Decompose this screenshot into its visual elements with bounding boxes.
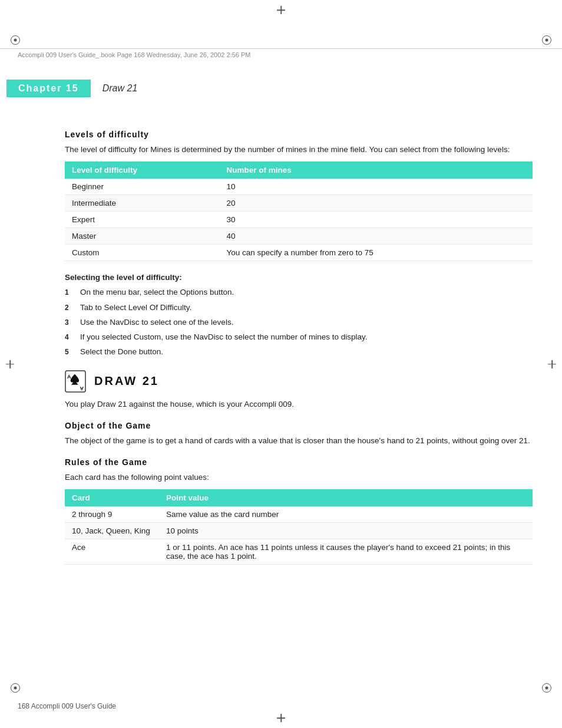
- mines-cell: 10: [219, 179, 533, 195]
- draw21-title: DRAW 21: [94, 374, 159, 388]
- draw21-intro: You play Draw 21 against the house, whic…: [65, 398, 533, 410]
- mines-cell: You can specify a number from zero to 75: [219, 245, 533, 261]
- levels-col2-header: Number of mines: [219, 162, 533, 179]
- card-cell: Ace: [65, 539, 159, 565]
- step-number: 2: [65, 302, 73, 314]
- corner-mark-tr: [542, 35, 551, 45]
- chapter-heading: Chapter 15 Draw 21: [6, 80, 137, 97]
- corner-mark-bl: [11, 683, 20, 693]
- header-meta-text: Accompli 009 User's Guide_.book Page 168…: [18, 51, 251, 58]
- value-cell: 10 points: [159, 523, 533, 539]
- chapter-subtitle: Draw 21: [91, 83, 138, 94]
- svg-text:A: A: [67, 374, 71, 380]
- crossmark-bottom: [277, 714, 285, 722]
- object-text: The object of the game is to get a hand …: [65, 435, 533, 447]
- levels-section: Levels of difficulty The level of diffic…: [65, 130, 533, 261]
- level-cell: Beginner: [65, 179, 219, 195]
- object-section: Object of the Game The object of the gam…: [65, 421, 533, 447]
- step-text: Select the Done button.: [80, 346, 163, 358]
- levels-intro: The level of difficulty for Mines is det…: [65, 144, 533, 156]
- table-row: 2 through 9Same value as the card number: [65, 506, 533, 523]
- table-row: Master40: [65, 228, 533, 245]
- corner-mark-tl: [11, 35, 20, 45]
- table-row: Intermediate20: [65, 195, 533, 212]
- card-cell: 10, Jack, Queen, King: [65, 523, 159, 539]
- crossmark-top: [277, 6, 285, 14]
- level-cell: Master: [65, 228, 219, 245]
- mines-cell: 20: [219, 195, 533, 212]
- crossmark-right: [548, 360, 556, 368]
- table-row: 10, Jack, Queen, King10 points: [65, 523, 533, 539]
- table-row: Beginner10: [65, 179, 533, 195]
- level-cell: Expert: [65, 212, 219, 228]
- levels-col1-header: Level of difficulty: [65, 162, 219, 179]
- value-cell: 1 or 11 points. An ace has 11 points unl…: [159, 539, 533, 565]
- rules-heading: Rules of the Game: [65, 457, 533, 467]
- corner-mark-br: [542, 683, 551, 693]
- list-item: 2Tab to Select Level Of Difficulty.: [65, 302, 533, 314]
- level-cell: Custom: [65, 245, 219, 261]
- draw21-header: A A DRAW 21: [65, 370, 533, 393]
- value-cell: Same value as the card number: [159, 506, 533, 523]
- step-text: If you selected Custom, use the NavDisc …: [80, 331, 367, 343]
- draw21-section: A A DRAW 21 You play Draw 21 against the…: [65, 370, 533, 410]
- list-item: 3Use the NavDisc to select one of the le…: [65, 317, 533, 328]
- step-number: 4: [65, 331, 73, 343]
- list-item: 1On the menu bar, select the Options but…: [65, 286, 533, 298]
- step-text: On the menu bar, select the Options butt…: [80, 286, 234, 298]
- rules-section: Rules of the Game Each card has the foll…: [65, 457, 533, 565]
- step-number: 3: [65, 317, 73, 328]
- step-text: Tab to Select Level Of Difficulty.: [80, 302, 191, 314]
- table-row: Expert30: [65, 212, 533, 228]
- step-number: 5: [65, 346, 73, 358]
- card-cell: 2 through 9: [65, 506, 159, 523]
- draw21-icon: A A: [65, 370, 87, 393]
- footer-text: 168 Accompli 009 User's Guide: [18, 702, 116, 710]
- levels-table: Level of difficulty Number of mines Begi…: [65, 162, 533, 261]
- mines-cell: 40: [219, 228, 533, 245]
- selecting-section: Selecting the level of difficulty: 1On t…: [65, 273, 533, 358]
- table-row: Ace1 or 11 points. An ace has 11 points …: [65, 539, 533, 565]
- page-footer: 168 Accompli 009 User's Guide: [18, 702, 116, 710]
- rules-intro: Each card has the following point values…: [65, 472, 533, 483]
- levels-table-header-row: Level of difficulty Number of mines: [65, 162, 533, 179]
- crossmark-left: [6, 360, 14, 368]
- mines-cell: 30: [219, 212, 533, 228]
- rules-col1-header: Card: [65, 489, 159, 506]
- main-content: Levels of difficulty The level of diffic…: [65, 130, 533, 681]
- levels-heading: Levels of difficulty: [65, 130, 533, 139]
- list-item: 5Select the Done button.: [65, 346, 533, 358]
- table-row: CustomYou can specify a number from zero…: [65, 245, 533, 261]
- page-header: Accompli 009 User's Guide_.book Page 168…: [0, 48, 562, 61]
- step-number: 1: [65, 286, 73, 298]
- level-cell: Intermediate: [65, 195, 219, 212]
- steps-list: 1On the menu bar, select the Options but…: [65, 286, 533, 358]
- chapter-label: Chapter 15: [18, 83, 79, 93]
- svg-text:A: A: [80, 386, 84, 391]
- step-text: Use the NavDisc to select one of the lev…: [80, 317, 233, 328]
- chapter-tab: Chapter 15: [6, 80, 91, 97]
- object-heading: Object of the Game: [65, 421, 533, 430]
- rules-col2-header: Point value: [159, 489, 533, 506]
- rules-table-header-row: Card Point value: [65, 489, 533, 506]
- rules-table: Card Point value 2 through 9Same value a…: [65, 489, 533, 565]
- list-item: 4If you selected Custom, use the NavDisc…: [65, 331, 533, 343]
- selecting-heading: Selecting the level of difficulty:: [65, 273, 533, 282]
